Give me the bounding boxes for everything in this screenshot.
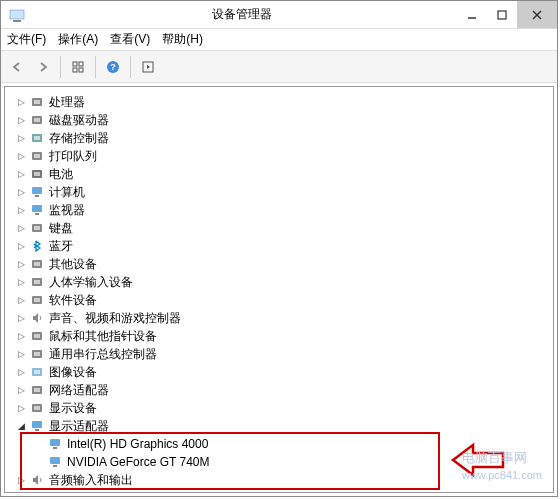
expand-icon[interactable]: ▷ <box>15 330 27 342</box>
node-label: 监视器 <box>49 201 85 219</box>
printer-icon <box>29 148 45 164</box>
tree-node[interactable]: ▷磁盘驱动器 <box>15 111 553 129</box>
minimize-button[interactable] <box>457 1 487 28</box>
tree-node[interactable]: ◢显示适配器 <box>15 417 553 435</box>
tree-node[interactable]: ▷声音、视频和游戏控制器 <box>15 309 553 327</box>
node-label: 电池 <box>49 165 73 183</box>
tree-node[interactable]: ▷其他设备 <box>15 255 553 273</box>
close-button[interactable] <box>517 1 557 28</box>
svg-rect-22 <box>34 172 40 176</box>
separator <box>95 56 96 78</box>
expand-icon[interactable]: ▷ <box>15 258 27 270</box>
node-label: 软件设备 <box>49 291 97 309</box>
storage-icon <box>29 130 45 146</box>
tree-node[interactable]: ▷处理器 <box>15 93 553 111</box>
tree-node[interactable]: ▷蓝牙 <box>15 237 553 255</box>
expand-icon[interactable]: ▷ <box>15 474 27 486</box>
back-button[interactable] <box>5 55 29 79</box>
expand-icon[interactable]: ▷ <box>15 114 27 126</box>
tool-bar: ? <box>1 51 557 83</box>
tree-node[interactable]: ▷显示设备 <box>15 399 553 417</box>
help-button[interactable]: ? <box>101 55 125 79</box>
svg-rect-18 <box>34 136 40 140</box>
menu-view[interactable]: 查看(V) <box>110 31 150 48</box>
hid-icon <box>29 274 45 290</box>
node-label: 键盘 <box>49 219 73 237</box>
tree-node[interactable]: ▷键盘 <box>15 219 553 237</box>
refresh-button[interactable] <box>136 55 160 79</box>
tree-node[interactable]: Intel(R) HD Graphics 4000 <box>33 435 553 453</box>
node-label: 蓝牙 <box>49 237 73 255</box>
expand-icon[interactable]: ▷ <box>15 366 27 378</box>
expand-icon[interactable]: ▷ <box>15 312 27 324</box>
expand-icon[interactable]: ▷ <box>15 132 27 144</box>
svg-rect-40 <box>34 370 40 374</box>
forward-button[interactable] <box>31 55 55 79</box>
svg-rect-16 <box>34 118 40 122</box>
svg-rect-20 <box>34 154 40 158</box>
node-label: 磁盘驱动器 <box>49 111 109 129</box>
expand-icon[interactable]: ▷ <box>15 384 27 396</box>
system-icon <box>7 5 27 25</box>
expand-icon[interactable]: ▷ <box>15 240 27 252</box>
expand-icon[interactable]: ▷ <box>15 150 27 162</box>
tree-node[interactable]: ▷电池 <box>15 165 553 183</box>
node-label: 打印队列 <box>49 147 97 165</box>
maximize-button[interactable] <box>487 1 517 28</box>
svg-rect-6 <box>73 62 77 66</box>
node-label: NVIDIA GeForce GT 740M <box>67 453 210 471</box>
tree-node[interactable]: ▷打印队列 <box>15 147 553 165</box>
expand-icon[interactable]: ▷ <box>15 402 27 414</box>
mouse-icon <box>29 328 45 344</box>
tree-node[interactable]: NVIDIA GeForce GT 740M <box>33 453 553 471</box>
title-bar: 设备管理器 <box>1 1 557 29</box>
tree-node[interactable]: ▷人体学输入设备 <box>15 273 553 291</box>
menu-action[interactable]: 操作(A) <box>58 31 98 48</box>
expand-icon[interactable]: ▷ <box>15 96 27 108</box>
expand-icon[interactable]: ▷ <box>15 348 27 360</box>
view-button[interactable] <box>66 55 90 79</box>
expand-icon <box>33 438 45 450</box>
tree-node[interactable]: ▷监视器 <box>15 201 553 219</box>
svg-rect-25 <box>32 205 42 212</box>
collapse-icon[interactable]: ◢ <box>15 420 27 432</box>
node-label: 通用串行总线控制器 <box>49 345 157 363</box>
expand-icon[interactable]: ▷ <box>15 168 27 180</box>
node-label: 音频输入和输出 <box>49 471 133 489</box>
node-label: 图像设备 <box>49 363 97 381</box>
video-icon <box>29 400 45 416</box>
node-label: 声音、视频和游戏控制器 <box>49 309 181 327</box>
separator <box>130 56 131 78</box>
tree-node[interactable]: ▷图像设备 <box>15 363 553 381</box>
tree-content[interactable]: ▷处理器▷磁盘驱动器▷存储控制器▷打印队列▷电池▷计算机▷监视器▷键盘▷蓝牙▷其… <box>4 86 554 493</box>
node-label: 存储控制器 <box>49 129 109 147</box>
tree-node[interactable]: ▷鼠标和其他指针设备 <box>15 327 553 345</box>
tree-node[interactable]: ▷通用串行总线控制器 <box>15 345 553 363</box>
menu-file[interactable]: 文件(F) <box>7 31 46 48</box>
separator <box>60 56 61 78</box>
expand-icon[interactable]: ▷ <box>15 276 27 288</box>
node-label: 鼠标和其他指针设备 <box>49 327 157 345</box>
expand-icon[interactable]: ▷ <box>15 222 27 234</box>
device-tree: ▷处理器▷磁盘驱动器▷存储控制器▷打印队列▷电池▷计算机▷监视器▷键盘▷蓝牙▷其… <box>15 93 553 489</box>
menu-help[interactable]: 帮助(H) <box>162 31 203 48</box>
svg-rect-3 <box>498 11 506 19</box>
tree-node[interactable]: ▷存储控制器 <box>15 129 553 147</box>
tree-node[interactable]: ▷软件设备 <box>15 291 553 309</box>
tree-node[interactable]: ▷计算机 <box>15 183 553 201</box>
audio-icon <box>29 310 45 326</box>
svg-rect-45 <box>32 421 42 428</box>
expand-icon[interactable]: ▷ <box>15 294 27 306</box>
network-icon <box>29 382 45 398</box>
expand-icon[interactable]: ▷ <box>15 204 27 216</box>
svg-rect-38 <box>34 352 40 356</box>
tree-node[interactable]: ▷音频输入和输出 <box>15 471 553 489</box>
svg-rect-48 <box>53 447 57 449</box>
expand-icon[interactable]: ▷ <box>15 186 27 198</box>
display-icon <box>47 436 63 452</box>
tree-node[interactable]: ▷网络适配器 <box>15 381 553 399</box>
svg-rect-46 <box>35 429 39 431</box>
svg-rect-8 <box>73 68 77 72</box>
svg-rect-34 <box>34 298 40 302</box>
svg-rect-1 <box>13 20 21 22</box>
